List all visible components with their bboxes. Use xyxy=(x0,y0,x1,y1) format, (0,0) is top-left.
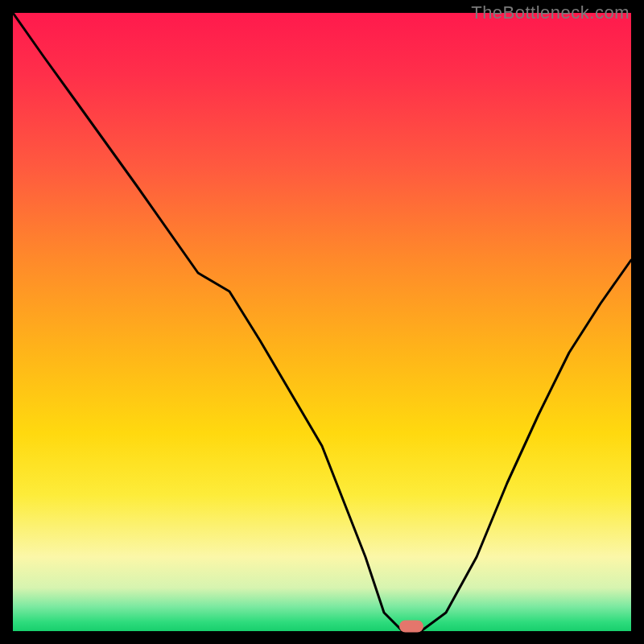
bottleneck-curve xyxy=(13,13,631,631)
curve-path xyxy=(13,13,631,631)
optimal-marker xyxy=(399,621,423,633)
chart-frame: TheBottleneck.com xyxy=(0,0,644,644)
plot-area xyxy=(13,13,631,631)
watermark-text: TheBottleneck.com xyxy=(471,2,630,23)
